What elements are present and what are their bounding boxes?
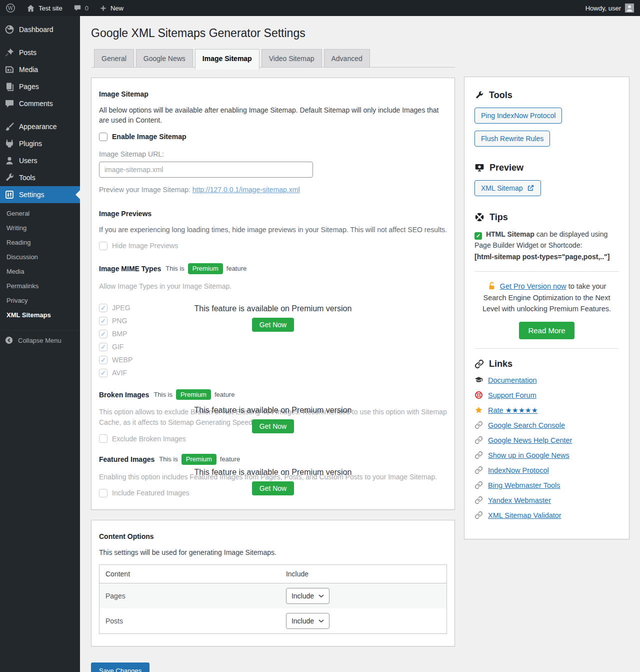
documentation-link[interactable]: Documentation <box>488 376 537 384</box>
wordpress-logo-menu[interactable]: W <box>0 0 21 16</box>
sidebar-item-dashboard[interactable]: Dashboard <box>0 21 80 38</box>
content-options-heading: Content Options <box>99 528 447 544</box>
submenu-item-permalinks[interactable]: Permalinks <box>0 279 80 293</box>
link-item-documentation: Documentation <box>474 376 619 384</box>
rate-link[interactable]: Rate ★★★★★ <box>488 406 538 414</box>
mime-gif-checkbox <box>99 343 108 351</box>
submenu-item-privacy[interactable]: Privacy <box>0 293 80 308</box>
account-menu[interactable]: Howdy, user <box>580 0 640 16</box>
tab-advanced[interactable]: Advanced <box>324 49 370 68</box>
preview-sitemap-link[interactable]: http://127.0.0.1/image-sitemap.xml <box>192 186 300 194</box>
mime-type-row: AVIF <box>99 369 447 377</box>
new-label: New <box>110 5 124 12</box>
premium-note: This is Premium feature <box>166 263 246 274</box>
flush-rewrite-rules-button[interactable]: Flush Rewrite Rules <box>474 131 550 147</box>
read-more-button[interactable]: Read More <box>519 322 574 339</box>
mime-types-heading-row: Image MIME Types This is Premium feature <box>99 259 447 278</box>
sidebar-item-appearance[interactable]: Appearance <box>0 118 80 135</box>
plus-icon <box>100 5 107 12</box>
get-now-button[interactable]: Get Now <box>252 318 294 332</box>
bing-webmaster-link[interactable]: Bing Webmaster Tools <box>488 481 560 489</box>
sidebar-item-users[interactable]: Users <box>0 152 80 169</box>
divider <box>474 348 619 349</box>
chevron-down-icon <box>318 594 324 598</box>
sidebar-item-label: Users <box>19 157 38 165</box>
image-sitemap-description: All below options will be available afte… <box>99 105 447 126</box>
premium-badge: Premium <box>176 389 211 400</box>
collapse-menu-label: Collapse Menu <box>18 337 62 344</box>
posts-include-select[interactable]: Include <box>286 613 330 629</box>
table-row-pages: Pages Include <box>100 583 447 609</box>
lifebuoy-icon <box>474 391 483 399</box>
enable-image-sitemap-label: Enable Image Sitemap <box>112 133 186 141</box>
premium-note: This is Premium feature <box>159 454 240 465</box>
comments-pending-link[interactable]: 0 <box>68 0 94 16</box>
google-news-help-link[interactable]: Google News Help Center <box>488 436 572 444</box>
sidebar-item-label: Dashboard <box>19 26 54 34</box>
sidebar-item-plugins[interactable]: Plugins <box>0 135 80 152</box>
site-name-link[interactable]: Test site <box>21 0 68 16</box>
tab-video-sitemap[interactable]: Video Sitemap <box>262 49 322 68</box>
submenu-item-writing[interactable]: Writing <box>0 221 80 235</box>
pages-include-select[interactable]: Include <box>286 588 330 604</box>
sidebar-item-settings[interactable]: Settings <box>0 186 80 203</box>
google-search-console-link[interactable]: Google Search Console <box>488 421 565 429</box>
sidebar-item-pages[interactable]: Pages <box>0 78 80 95</box>
support-forum-link[interactable]: Support Forum <box>488 391 536 399</box>
mime-type-row: GIF <box>99 343 447 351</box>
image-sitemap-heading: Image Sitemap <box>99 86 447 102</box>
get-now-button[interactable]: Get Now <box>252 481 294 495</box>
site-name: Test site <box>38 5 62 12</box>
link-item-support-forum: Support Forum <box>474 391 619 399</box>
sidebar-item-tools[interactable]: Tools <box>0 169 80 186</box>
preview-heading: Preview <box>490 163 524 173</box>
link-icon <box>474 496 483 504</box>
divider <box>474 271 619 272</box>
broken-images-heading: Broken Images <box>99 391 149 399</box>
submenu-item-discussion[interactable]: Discussion <box>0 250 80 264</box>
ping-indexnow-button[interactable]: Ping IndexNow Protocol <box>474 108 562 124</box>
show-up-google-news-link[interactable]: Show up in Google News <box>488 451 570 459</box>
get-now-button[interactable]: Get Now <box>252 419 294 433</box>
collapse-arrow-icon <box>4 336 14 345</box>
submenu-item-reading[interactable]: Reading <box>0 235 80 250</box>
exclude-broken-images-checkbox <box>99 434 108 443</box>
xml-sitemap-validator-link[interactable]: XML Sitemap Validator <box>488 511 562 519</box>
premium-note-prefix: This is <box>154 391 172 398</box>
sidebar-item-label: Posts <box>19 49 36 57</box>
premium-note-prefix: This is <box>166 265 184 272</box>
save-changes-button[interactable]: Save Changes <box>91 662 150 672</box>
yandex-webmaster-link[interactable]: Yandex Webmaster <box>488 496 551 504</box>
sidebar-item-label: Media <box>19 66 38 74</box>
tab-google-news[interactable]: Google News <box>136 49 193 68</box>
link-item-xml-validator: XML Sitemap Validator <box>474 511 619 519</box>
tab-general[interactable]: General <box>94 49 134 68</box>
sidebar-item-posts[interactable]: Posts <box>0 44 80 61</box>
get-pro-version-link[interactable]: Get Pro Version now <box>500 282 566 290</box>
enable-image-sitemap-checkbox[interactable] <box>99 133 108 141</box>
sidebar-item-media[interactable]: Media <box>0 61 80 78</box>
sidebar-item-comments[interactable]: Comments <box>0 95 80 112</box>
indexnow-protocol-link[interactable]: IndexNow Protocol <box>488 466 549 474</box>
paintbrush-icon <box>4 122 14 132</box>
submenu-item-media[interactable]: Media <box>0 264 80 279</box>
xml-sitemap-preview-button[interactable]: XML Sitemap <box>474 180 541 196</box>
new-content-link[interactable]: New <box>94 0 129 16</box>
preview-label: Preview your Image Sitemap: <box>99 186 190 194</box>
tab-image-sitemap[interactable]: Image Sitemap <box>195 49 260 70</box>
premium-note-suffix: feature <box>220 455 240 463</box>
submenu-item-general[interactable]: General <box>0 206 80 221</box>
collapse-menu-button[interactable]: Collapse Menu <box>0 330 80 350</box>
premium-badge: Premium <box>182 454 216 465</box>
hide-image-previews-checkbox <box>99 242 108 250</box>
svg-text:W: W <box>8 5 14 11</box>
tip-shortcode: [html-sitemap post-types="page,post,.."] <box>474 253 610 261</box>
preview-heading-row: Preview <box>474 163 619 173</box>
mime-webp-checkbox <box>99 356 108 364</box>
green-check-icon: ✓ <box>474 232 482 240</box>
submenu-item-xml-sitemaps[interactable]: XML Sitemaps <box>0 308 80 322</box>
main-content: Google XML Sitemaps Generator Settings G… <box>80 0 640 672</box>
featured-images-premium-section: Enabling this option includes Featured I… <box>99 472 447 497</box>
content-options-table: Content Include Pages Include <box>99 564 447 634</box>
row-label: Posts <box>100 608 280 634</box>
